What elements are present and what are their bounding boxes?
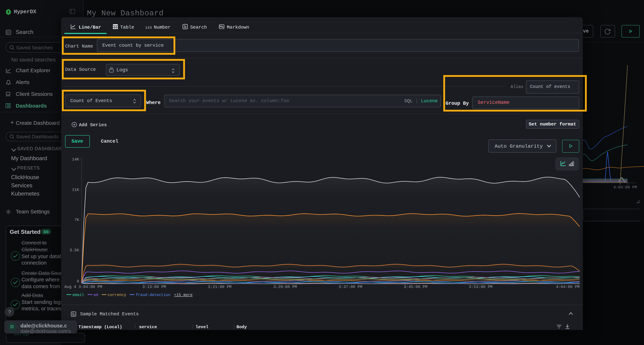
svg-text:currency: currency [108, 293, 126, 297]
svg-text:14K: 14K [72, 157, 79, 162]
svg-text:3:29:00 PM: 3:29:00 PM [273, 285, 297, 289]
svg-text:fraud-detection: fraud-detection [136, 293, 170, 297]
svg-text:3:13:00 PM: 3:13:00 PM [142, 285, 166, 289]
svg-text:3:45:00 PM: 3:45:00 PM [404, 285, 427, 289]
svg-text:7K: 7K [74, 218, 79, 222]
svg-text:11K: 11K [72, 188, 79, 192]
svg-text:Aug 4 3:04:00 PM: Aug 4 3:04:00 PM [64, 285, 102, 289]
svg-text:0: 0 [77, 279, 79, 284]
svg-text:+15 more: +15 more [174, 293, 193, 297]
svg-text:email: email [72, 293, 84, 297]
svg-text:3.5K: 3.5K [70, 248, 79, 253]
svg-text:ad: ad [94, 293, 98, 297]
svg-text:3:37:00 PM: 3:37:00 PM [339, 285, 362, 289]
svg-text:4:04:00 PM: 4:04:00 PM [556, 285, 580, 289]
svg-text:3:53:00 PM: 3:53:00 PM [469, 285, 492, 289]
svg-text:3:21:00 PM: 3:21:00 PM [208, 285, 232, 289]
